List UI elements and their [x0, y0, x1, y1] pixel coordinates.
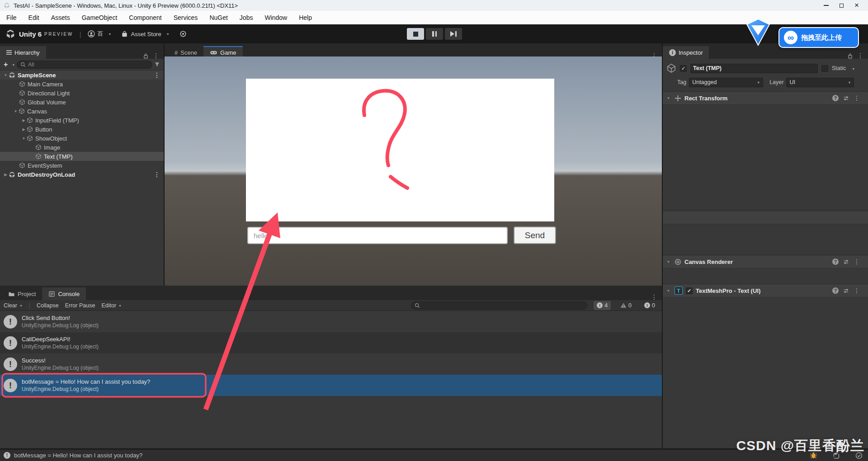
menu-services[interactable]: Services — [174, 14, 198, 21]
editor-dropdown[interactable]: Editor — [101, 302, 122, 309]
foldout-open-icon[interactable]: ▼ — [665, 289, 671, 293]
hierarchy-item-directional-light[interactable]: Directional Light — [0, 89, 164, 98]
tab-hierarchy[interactable]: Hierarchy — [0, 46, 46, 59]
lock-icon[interactable] — [143, 53, 148, 59]
presets-icon[interactable] — [843, 288, 849, 294]
gameobject-name-field[interactable]: Text (TMP) — [690, 64, 818, 73]
pause-button[interactable] — [426, 28, 443, 40]
close-button[interactable]: × — [849, 1, 864, 10]
error-log-icon — [644, 302, 650, 308]
hierarchy-item-image[interactable]: Image — [0, 143, 164, 152]
hierarchy-item-button[interactable]: ▶Button — [0, 125, 164, 134]
warning-filter-badge[interactable]: 0 — [617, 301, 635, 310]
log-entry[interactable]: Click Send Button!UnityEngine.Debug:Log … — [0, 311, 662, 332]
settings-button[interactable] — [179, 30, 187, 38]
hierarchy-item-main-camera[interactable]: Main Camera — [0, 80, 164, 89]
log-entry[interactable]: Success!UnityEngine.Debug:Log (object) — [0, 353, 662, 375]
maximize-button[interactable] — [834, 1, 849, 10]
static-dropdown-icon[interactable] — [849, 65, 855, 72]
tab-project[interactable]: Project — [2, 287, 42, 300]
hierarchy-item-dontdestroyonload[interactable]: ▶DontDestroyOnLoad⋮ — [0, 170, 164, 179]
tab-console[interactable]: Console — [42, 287, 86, 300]
menu-nuget[interactable]: NuGet — [209, 14, 227, 21]
foldout-open-icon[interactable]: ▼ — [665, 260, 671, 264]
foldout-closed-icon[interactable]: ▶ — [21, 127, 27, 132]
static-checkbox[interactable] — [821, 65, 828, 72]
menu-file[interactable]: File — [6, 14, 17, 21]
row-menu-icon[interactable]: ⋮ — [154, 72, 164, 78]
lock-icon[interactable] — [848, 53, 853, 59]
foldout-open-icon[interactable]: ▼ — [665, 96, 671, 100]
help-icon[interactable] — [832, 287, 839, 294]
play-button[interactable] — [407, 28, 424, 40]
step-button[interactable] — [445, 28, 462, 40]
collapse-button[interactable]: Collapse — [37, 302, 59, 309]
presets-icon[interactable] — [843, 259, 849, 265]
minimize-button[interactable] — [818, 1, 834, 10]
canvas-renderer-icon — [675, 259, 681, 265]
component-menu-icon[interactable]: ⋮ — [854, 287, 860, 294]
create-dropdown-icon[interactable] — [9, 61, 15, 68]
component-menu-icon[interactable]: ⋮ — [854, 259, 860, 265]
hierarchy-item-global-volume[interactable]: Global Volume — [0, 98, 164, 107]
error-filter-badge[interactable]: 0 — [641, 301, 658, 310]
console-tab-icon — [48, 291, 55, 297]
csdn-watermark: CSDN @百里香酚兰 — [711, 437, 864, 455]
row-menu-icon[interactable]: ⋮ — [154, 171, 164, 178]
foldout-closed-icon[interactable]: ▶ — [3, 173, 9, 177]
component-enabled-checkbox[interactable] — [686, 287, 693, 294]
hierarchy-panel: Hierarchy ⋮ + All ▼SampleScene⋮ Main Cam… — [0, 43, 164, 286]
panel-menu-icon[interactable]: ⋮ — [651, 294, 657, 300]
folder-icon — [8, 291, 15, 297]
rect-transform-header[interactable]: ▼ Rect Transform ⋮ — [663, 91, 868, 105]
log-entry-selected[interactable]: botMessage = Hello! How can I assist you… — [0, 375, 662, 396]
help-icon[interactable] — [832, 95, 839, 101]
info-filter-badge[interactable]: 4 — [594, 301, 611, 310]
layer-dropdown[interactable]: UI▼ — [786, 78, 854, 87]
menu-assets[interactable]: Assets — [51, 14, 70, 21]
menu-help[interactable]: Help — [299, 14, 312, 21]
panel-menu-icon[interactable]: ⋮ — [153, 52, 159, 59]
tag-dropdown[interactable]: Untagged▼ — [689, 78, 763, 87]
upload-drop-button[interactable]: ∞ 拖拽至此上传 — [778, 27, 859, 48]
create-button[interactable]: + — [4, 61, 8, 69]
account-menu[interactable]: 百 — [88, 30, 112, 38]
canvas-renderer-header2[interactable]: ▼ Canvas Renderer ⋮ — [663, 255, 868, 268]
menu-gameobject[interactable]: GameObject — [82, 14, 118, 21]
hierarchy-item-showobject[interactable]: ▼ShowObject — [0, 134, 164, 143]
clear-button[interactable]: Clear — [4, 302, 23, 309]
step-icon — [450, 31, 457, 37]
tab-inspector[interactable]: Inspector — [663, 46, 709, 59]
log-entry[interactable]: CallDeepSeekAPI!UnityEngine.Debug:Log (o… — [0, 332, 662, 353]
error-pause-button[interactable]: Error Pause — [65, 302, 95, 309]
hierarchy-item-eventsystem[interactable]: EventSystem — [0, 161, 164, 170]
menu-jobs[interactable]: Jobs — [240, 14, 253, 21]
foldout-open-icon[interactable]: ▼ — [21, 136, 27, 141]
hierarchy-item-samplescene[interactable]: ▼SampleScene⋮ — [0, 71, 164, 80]
panel-menu-icon[interactable]: ⋮ — [857, 52, 863, 59]
editor-toolbar: Unity 6 PREVIEW | 百 Asset Store — [0, 24, 868, 43]
hierarchy-item-inputfield[interactable]: ▶InputField (TMP) — [0, 116, 164, 125]
foldout-open-icon[interactable]: ▼ — [3, 73, 9, 77]
menu-window[interactable]: Window — [264, 14, 287, 21]
asset-store-menu[interactable]: Asset Store — [121, 31, 169, 38]
hierarchy-item-canvas[interactable]: ▼Canvas — [0, 107, 164, 116]
menu-edit[interactable]: Edit — [28, 14, 39, 21]
account-icon — [88, 30, 95, 38]
presets-icon[interactable] — [843, 95, 849, 101]
component-menu-icon[interactable]: ⋮ — [854, 95, 860, 101]
layer-label: Layer — [769, 79, 783, 85]
hierarchy-item-text-tmp[interactable]: Text (TMP) — [0, 152, 164, 161]
active-checkbox[interactable] — [680, 65, 687, 72]
search-icon — [20, 62, 26, 67]
textmeshpro-header[interactable]: ▼ TextMeshPro - Text (UI) ⋮ — [663, 284, 868, 297]
foldout-closed-icon[interactable]: ▶ — [21, 118, 27, 122]
help-icon[interactable] — [832, 259, 839, 265]
screenshot-tool-logo[interactable] — [745, 18, 771, 47]
menu-component[interactable]: Component — [129, 14, 161, 21]
search-filter-icon[interactable] — [154, 61, 160, 67]
hierarchy-search-input[interactable]: All — [17, 61, 152, 69]
foldout-open-icon[interactable]: ▼ — [13, 109, 19, 113]
gear-icon — [179, 30, 187, 38]
console-search-input[interactable] — [411, 301, 587, 310]
